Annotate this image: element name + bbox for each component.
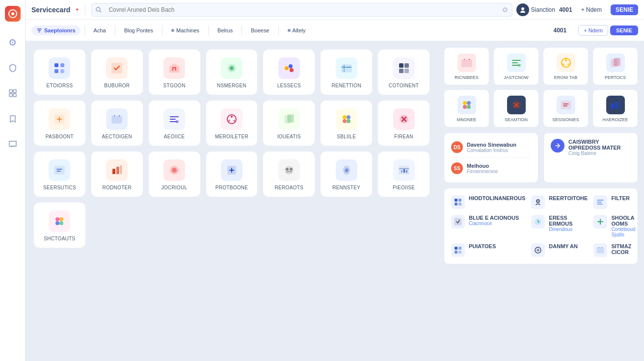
right-app-card-mnonee[interactable]: MNONEE (444, 89, 489, 128)
app-card-lessecs[interactable]: LESSECS (263, 49, 315, 95)
sidebar-item-message[interactable] (4, 135, 22, 153)
sidebar-item-bookmark[interactable] (4, 110, 22, 128)
right-app-card-ricnibees[interactable]: RICNIBEES (444, 47, 489, 85)
bottom-item-text-hiodtolinanerous: HIODTOLINANEROUS (469, 195, 525, 201)
app-card-seersutics[interactable]: SEERSUTICS (33, 151, 86, 197)
send-button[interactable]: SENIE (610, 26, 638, 35)
svg-point-40 (343, 119, 347, 123)
app-card-etoiorss[interactable]: ETOIORSS (33, 49, 86, 95)
app-name-cotoinent: COTOINENT (389, 83, 419, 89)
filter-divider-1 (84, 26, 85, 35)
bottom-item-blue_acionous[interactable]: BLUE E ACIONOUSCiacnnoce (451, 215, 525, 237)
app-card-rodnoter[interactable]: RODNOTER (91, 151, 143, 197)
filter-altely[interactable]: Altely (283, 26, 311, 35)
app-name-seersutics: SEERSUTICS (43, 185, 76, 191)
svg-point-74 (463, 101, 467, 105)
app-card-pasboont[interactable]: PASBOONT (33, 100, 86, 146)
svg-rect-57 (401, 170, 402, 173)
search-button[interactable]: SENIE (611, 4, 638, 15)
filter-blog[interactable]: Blog Pontes (119, 26, 158, 35)
app-card-reroaots[interactable]: REROAOTS (263, 151, 315, 197)
app-card-buburor[interactable]: BUBUROR (91, 49, 143, 95)
app-card-stgoon[interactable]: STGOON (148, 49, 201, 95)
app-card-nsmergen[interactable]: NSMERGEN (206, 49, 258, 95)
svg-rect-12 (60, 69, 64, 73)
app-title: Servicecard (31, 6, 70, 14)
right-app-icon-haeroizee (606, 96, 625, 114)
app-card-meroileter[interactable]: MEROILETER (206, 100, 258, 146)
app-icon-etoiorss (49, 57, 70, 79)
app-card-cotoinent[interactable]: COTOINENT (377, 49, 430, 95)
topbar-divider (85, 5, 85, 15)
add-filter-button[interactable]: + Ndem (578, 25, 608, 36)
right-app-card-jastcnow[interactable]: JASTCNOW (493, 47, 539, 85)
filter-divider-5 (242, 26, 242, 35)
bottom-item-hiodtolinanerous[interactable]: HIODTOLINANEROUS (451, 195, 525, 209)
app-icon-meroileter (221, 108, 242, 130)
svg-point-67 (518, 64, 521, 67)
svg-point-18 (289, 64, 293, 68)
filter-sections[interactable]: Saeptoionrs (31, 26, 80, 35)
app-icon-seersutics (49, 159, 70, 181)
right-panel: RICNIBEESJASTCNOWERONI TABPERTOCSMNONEES… (438, 41, 644, 361)
filter-acha[interactable]: Acha (89, 26, 111, 35)
app-card-pieoiise[interactable]: PIEOIISE (377, 151, 430, 197)
app-card-aectoigen[interactable]: AECTOIGEN (91, 100, 143, 146)
add-button[interactable]: + Ndem (576, 4, 607, 15)
right-app-card-haeroizee[interactable]: HAEROIZEE (592, 89, 638, 128)
right-app-icon-sessionies (557, 96, 575, 114)
filter-boeese[interactable]: Boeese (246, 26, 274, 35)
search-icon (96, 7, 102, 13)
app-icon-cotoinent (393, 57, 415, 79)
filter-belrus[interactable]: Belrus (213, 26, 238, 35)
app-card-firean[interactable]: FIREAN (377, 100, 430, 146)
bottom-item-name-filter: FILTER (611, 195, 630, 201)
recent-item-2[interactable]: SS Meihouo Finnenmenine (451, 160, 531, 177)
svg-rect-23 (399, 63, 403, 68)
app-card-sbliile[interactable]: SBLIILE (320, 100, 373, 146)
app-icon-pieoiise (393, 159, 415, 181)
bottom-grid-card: HIODTOLINANEROUSREERTOITOHEFILTERBLUE E … (444, 188, 638, 264)
right-app-card-seamtion[interactable]: SEAMTION (493, 89, 539, 128)
recent-item-1[interactable]: DS Daveno Sinewabun Cornalation Instrus (451, 139, 531, 155)
svg-rect-59 (406, 170, 407, 173)
app-card-jocrioul[interactable]: JOCRIOUL (148, 151, 201, 197)
app-card-protboone[interactable]: PROTBOONE (206, 151, 258, 197)
right-app-card-sessionies[interactable]: SESSIONIES (543, 89, 589, 128)
section-card[interactable]: CAISWIBRY OIPREDOSS MATER Cinig Baiene (543, 132, 638, 183)
bottom-item-icon-blue_acionous (451, 215, 465, 229)
app-card-ioueatis[interactable]: IOUEATIS (263, 100, 315, 146)
bottom-item-filter[interactable]: FILTER (593, 195, 635, 209)
app-logo[interactable] (5, 6, 21, 22)
clear-search-icon[interactable] (502, 7, 508, 13)
user-name: Sianction (531, 6, 555, 13)
svg-rect-64 (462, 60, 472, 67)
right-app-name-sessionies: SESSIONIES (552, 117, 579, 122)
svg-point-16 (231, 67, 233, 69)
app-name-pieoiise: PIEOIISE (393, 185, 415, 191)
bottom-item-reertoitohe[interactable]: REERTOITOHE (531, 195, 588, 209)
app-card-aeoiice[interactable]: AEOIICE (148, 100, 201, 146)
right-app-card-pertocs[interactable]: PERTOCS (592, 47, 638, 85)
app-card-rennstey[interactable]: RENNSTEY (320, 151, 373, 197)
sidebar-item-grid[interactable] (4, 84, 22, 102)
bottom-item-danmy_an[interactable]: DANMY AN (531, 243, 588, 257)
bottom-item-puiatoes[interactable]: PUIATOES (451, 243, 525, 257)
bottom-item-shoola_ooms[interactable]: SHOOLA OOMSContriboud Sjutils (593, 215, 635, 237)
sidebar-item-home[interactable]: ⊙ (4, 33, 22, 51)
section-text: CAISWIBRY OIPREDOSS MATER Cinig Baiene (568, 139, 631, 156)
right-app-card-eroni_tab[interactable]: ERONI TAB (543, 47, 589, 85)
app-card-renettion[interactable]: RENETTION (320, 49, 373, 95)
bottom-item-sitmaz_cicor[interactable]: SITMAZ CICOR (593, 243, 635, 257)
search-input[interactable]: Covrel Aruned Deis Bach (105, 3, 502, 17)
app-card-shctoauts[interactable]: SHCTOAUTS (33, 202, 86, 248)
app-name-stgoon: STGOON (163, 83, 186, 89)
filter-machines[interactable]: Machines (166, 26, 204, 35)
result-count: 4001 (559, 6, 572, 13)
svg-rect-44 (112, 169, 115, 174)
app-icon-protboone (221, 159, 242, 181)
app-icon-lessecs (278, 57, 300, 79)
sidebar-item-shield[interactable] (4, 59, 22, 77)
recent-avatar-1: DS (451, 141, 463, 153)
bottom-item-eress_ermous[interactable]: ERESS ERMOUSDinendous (531, 215, 588, 237)
